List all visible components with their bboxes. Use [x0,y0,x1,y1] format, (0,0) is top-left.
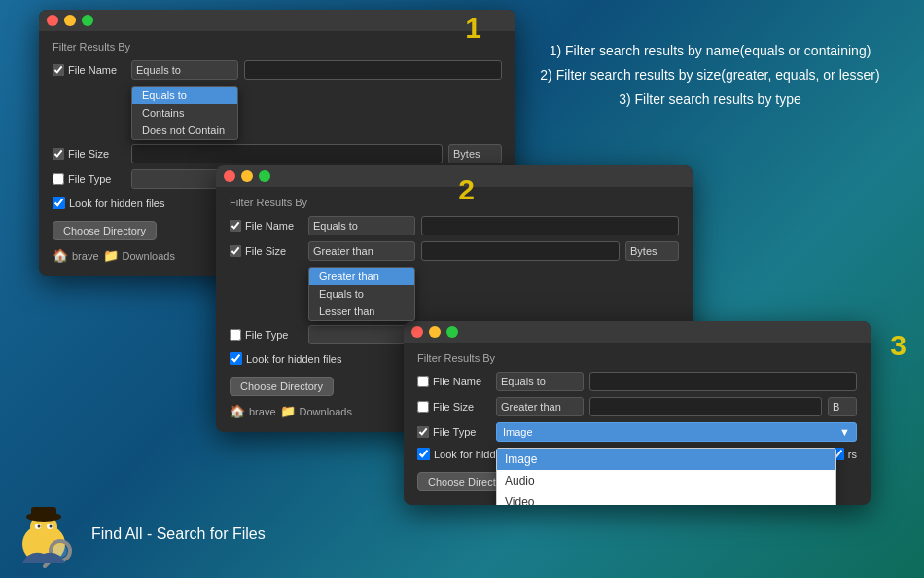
option-video-3[interactable]: Video [497,491,835,505]
filesize-checkbox-3[interactable] [417,401,429,413]
svg-point-6 [38,525,41,528]
filetype-label-2: File Type [230,329,302,341]
filesize-checkbox-2[interactable] [230,245,241,257]
option-lesser-than-2[interactable]: Lesser than [309,303,414,320]
filetype-dropdown-container-3: Image ▼ [496,422,857,442]
close-button-1[interactable] [47,15,58,26]
filetype-checkbox-1[interactable] [53,173,64,185]
filesize-unit-1[interactable]: Bytes [448,144,502,163]
filetype-label-3: File Type [417,426,490,438]
minimize-button-3[interactable] [429,326,441,338]
choose-dir-btn-1[interactable]: Choose Directory [53,221,157,240]
option-image-3[interactable]: Image [497,449,835,470]
filetype-dropdown-2[interactable] [308,325,415,344]
size-dropdown-options-2: Greater than Equals to Lesser than [308,267,415,321]
filename-dropdown-2[interactable]: Equals to [308,216,415,235]
filename-label-1: File Name [53,64,125,76]
filename-row-1: File Name Equals to [53,60,502,80]
filetype-select-3[interactable]: Image ▼ [496,422,857,442]
filename-input-1[interactable] [244,60,502,80]
filesize-checkbox-1[interactable] [53,148,64,160]
folder-icon-1: 📁 [103,248,119,263]
badge-3: 3 [890,329,906,362]
app-icon [10,500,78,568]
filesize-row-2: File Size Greater than Bytes [230,241,679,261]
filename-row-3: File Name Equals to [417,372,857,391]
svg-point-7 [50,525,53,528]
filename-input-3[interactable] [589,372,857,391]
filesize-row-1: File Size Bytes [53,144,502,163]
filetype-row-3: File Type Image ▼ [417,422,857,442]
title-bar-1 [39,10,515,31]
filesize-unit-2[interactable]: Bytes [625,241,679,261]
hidden-files-checkbox-3[interactable] [417,448,430,460]
option-audio-3[interactable]: Audio [497,470,835,491]
filesize-label-2: File Size [230,245,302,257]
info-line-2: 2) Filter search results by size(greater… [506,63,914,88]
filesize-input-3[interactable] [589,397,822,416]
name-dropdown-options-1: Equals to Contains Does not Contain [131,86,238,140]
window-content-3: Filter Results By File Name Equals to Fi… [404,343,871,505]
option-contains-1[interactable]: Contains [132,104,237,122]
filetype-label-1: File Type [53,173,125,185]
info-text: 1) Filter search results by name(equals … [506,39,914,113]
filesize-label-1: File Size [53,148,125,160]
filesize-input-2[interactable] [421,241,620,261]
filename-dropdown-1[interactable]: Equals to [131,60,238,80]
svg-rect-3 [31,507,56,519]
size-dropdown-container-2: Greater than Equals to Lesser than [308,267,679,321]
filetype-checkbox-2[interactable] [230,329,241,341]
dropdown-list-1: Equals to Contains Does not Contain [131,86,502,140]
filename-checkbox-2[interactable] [230,220,241,232]
hidden-files-label-1: Look for hidden files [53,197,164,209]
filesize-dropdown-2[interactable]: Greater than [308,241,415,261]
filename-label-2: File Name [230,220,302,232]
close-button-3[interactable] [411,326,423,338]
choose-dir-btn-2[interactable]: Choose Directory [230,377,334,396]
filename-label-3: File Name [417,376,490,387]
filename-checkbox-3[interactable] [417,376,429,387]
hidden-files-checkbox-2[interactable] [230,352,242,365]
app-bottom-bar: Find All - Search for Files [10,500,266,568]
filter-label-2: Filter Results By [230,197,679,208]
maximize-button-3[interactable] [446,326,458,338]
folder-icon-2: 📁 [280,404,296,418]
filesize-label-3: File Size [417,401,490,413]
filename-checkbox-1[interactable] [53,64,64,76]
info-line-1: 1) Filter search results by name(equals … [506,39,914,63]
option-equals-to-1[interactable]: Equals to [132,87,237,104]
hidden-files-label-2: Look for hidden files [230,352,341,365]
filename-dropdown-3[interactable]: Equals to [496,372,584,391]
option-equals-to-2[interactable]: Equals to [309,285,414,303]
close-button-2[interactable] [224,170,235,182]
filetype-options-3: Image Audio Video Text Archive [496,448,836,505]
filename-row-2: File Name Equals to [230,216,679,235]
option-does-not-contain-1[interactable]: Does not Contain [132,122,237,139]
filesize-input-1[interactable] [131,144,443,163]
title-bar-2 [216,165,693,187]
filesize-unit-3[interactable]: B [828,397,857,416]
filter-label-3: Filter Results By [417,352,857,364]
maximize-button-1[interactable] [82,15,93,26]
hidden-files-checkbox-1[interactable] [53,197,65,209]
filetype-checkbox-3[interactable] [417,426,429,438]
filesize-row-3: File Size Greater than B [417,397,857,416]
filename-input-2[interactable] [421,216,679,235]
filesize-dropdown-3[interactable]: Greater than [496,397,584,416]
minimize-button-2[interactable] [241,170,253,182]
window-3: Filter Results By File Name Equals to Fi… [404,321,871,505]
option-greater-than-2[interactable]: Greater than [309,268,414,285]
user-icon-2: 🏠 [230,404,245,418]
minimize-button-1[interactable] [64,15,76,26]
info-panel: 1) Filter search results by name(equals … [506,29,914,113]
maximize-button-2[interactable] [259,170,270,182]
badge-2: 2 [458,173,475,206]
user-icon-1: 🏠 [53,248,68,263]
info-line-3: 3) Filter search results by type [506,88,914,112]
filter-label-1: Filter Results By [53,41,502,53]
app-name: Find All - Search for Files [91,525,266,543]
title-bar-3 [404,321,871,343]
badge-1: 1 [465,12,481,45]
